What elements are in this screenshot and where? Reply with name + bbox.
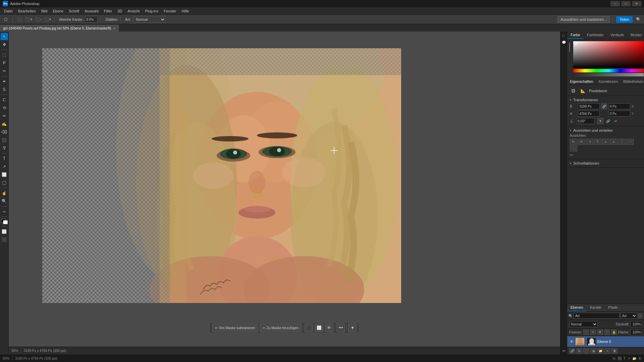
tool-preset-picker[interactable]: ⬡ <box>2 16 9 23</box>
width-input[interactable] <box>578 103 600 109</box>
layers-blend-select[interactable]: Normal Multiplizieren Abblenden <box>569 321 598 327</box>
intersect-selection-btn[interactable]: ⬛× <box>44 16 51 23</box>
x-offset-input[interactable] <box>608 103 630 109</box>
float-collapse-icon[interactable]: ▼ <box>348 323 357 332</box>
layer-visibility-icon[interactable]: 👁 <box>569 339 574 344</box>
add-to-mask-button[interactable]: ✂ Zu Maske hinzufügen <box>260 323 302 332</box>
share-button[interactable]: Teilen <box>616 16 633 23</box>
blur-tool[interactable]: ∇ <box>1 144 8 152</box>
quick-select-tool[interactable]: ✂ <box>1 67 8 75</box>
layers-fx-btn[interactable]: fx <box>576 348 582 354</box>
layers-add-btn[interactable]: + <box>604 348 610 354</box>
layers-tab[interactable]: Ebenen <box>567 304 587 311</box>
color-gradient[interactable] <box>573 41 644 68</box>
menu-bearbeiten[interactable]: Bearbeiten <box>15 8 39 14</box>
align-top-btn[interactable]: ⊤ <box>594 139 601 145</box>
soft-edge-input[interactable] <box>85 16 98 23</box>
layers-search-input[interactable] <box>574 313 620 319</box>
art-select[interactable]: Normal Subtrahieren Hinzufügen Schnittme… <box>133 16 166 23</box>
color-value-strip[interactable] <box>573 73 644 76</box>
layer-row[interactable]: 👁 Ebene 0 <box>567 336 644 347</box>
tab-close-icon[interactable]: ✕ <box>113 27 116 30</box>
y-offset-input[interactable] <box>608 111 630 117</box>
color-hue-strip[interactable] <box>573 69 644 72</box>
align-bottom-btn[interactable]: ⊥ <box>610 139 618 145</box>
layers-opacity-input[interactable] <box>630 321 642 327</box>
layers-link-btn[interactable]: 🔗 <box>569 348 575 354</box>
layers-mask-btn[interactable]: ⬛ <box>583 348 589 354</box>
paths-tab[interactable]: Pfade <box>605 304 621 311</box>
float-more-icon[interactable]: ••• <box>336 323 345 332</box>
search-button[interactable]: 🔍 <box>635 16 642 23</box>
type-tool[interactable]: ↗ <box>1 163 8 170</box>
swatches-tab[interactable]: Farbfelder <box>584 32 607 39</box>
status-icon-fx[interactable]: fx <box>613 357 615 360</box>
libraries-tab[interactable]: Bibliotheken <box>621 78 644 84</box>
status-icon-folder[interactable]: 📁 <box>632 357 636 360</box>
angle-input[interactable] <box>576 118 595 124</box>
add-selection-btn[interactable]: ⬛+ <box>25 16 33 23</box>
brush-tool[interactable]: ⟲ <box>1 104 8 112</box>
align-right-btn[interactable]: ⊣ <box>586 139 593 145</box>
menu-schrift[interactable]: Schrift <box>66 8 82 14</box>
status-icon-t[interactable]: T <box>624 357 626 360</box>
layers-fill-input[interactable] <box>630 329 642 335</box>
layers-filter-active-btn[interactable]: ✓ <box>638 313 643 318</box>
lock-transparent-btn[interactable]: ⬚ <box>583 329 589 335</box>
status-icon-arrow[interactable]: ↗ <box>628 357 630 360</box>
wh-link-icon[interactable]: 🔗 <box>601 103 607 109</box>
color-tab[interactable]: Farbe <box>567 32 584 39</box>
layers-group-btn[interactable]: 📁 <box>597 348 603 354</box>
lasso-tool[interactable]: P <box>1 59 8 67</box>
height-input[interactable] <box>578 111 600 117</box>
gradients-tab[interactable]: Verläufe <box>607 32 627 39</box>
menu-3d[interactable]: 3D <box>115 8 125 14</box>
gradient-tool[interactable]: ⬛ <box>1 136 8 144</box>
zoom-tool[interactable]: 🔍 <box>1 197 8 205</box>
layers-type-select[interactable]: Art Name Effekt <box>621 313 637 319</box>
align-header[interactable]: ▼ Ausrichten und verteilen <box>567 128 644 133</box>
menu-hilfe[interactable]: Hilfe <box>179 8 192 14</box>
eyedropper-tool[interactable]: S <box>1 86 8 93</box>
pen-tool[interactable]: T <box>1 155 8 162</box>
quick-mask-mode[interactable]: ⬜ <box>1 228 8 235</box>
menu-filter[interactable]: Filter <box>101 8 115 14</box>
rectangular-marquee-tool[interactable]: ⬚ <box>1 51 8 59</box>
minimize-button[interactable]: ─ <box>610 1 620 6</box>
menu-bild[interactable]: Bild <box>39 8 50 14</box>
float-icon-1[interactable]: ⬛ <box>305 323 313 332</box>
lock-all-btn[interactable]: 🔒 <box>611 329 617 335</box>
pixel-layer-icon[interactable]: 🖼 <box>569 87 577 94</box>
menu-datei[interactable]: Datei <box>1 8 15 14</box>
hand-tool[interactable]: ☝ <box>1 189 8 197</box>
path-selection-tool[interactable]: ⬜ <box>1 171 8 178</box>
subtract-selection-btn[interactable]: ⬛- <box>35 16 42 23</box>
align-more-icon[interactable]: ••• <box>570 153 574 157</box>
lock-artboard-btn[interactable]: ⬛ <box>604 329 610 335</box>
subtract-from-mask-button[interactable]: ✂ Von Maske subtrahieren <box>212 323 258 332</box>
move-tool[interactable]: ↖ <box>1 33 8 40</box>
history-brush-tool[interactable]: ✍ <box>1 120 8 128</box>
strip-icon-1[interactable]: ⬡ <box>561 33 567 38</box>
more-tools[interactable]: ••• <box>1 208 8 215</box>
strip-collapse-icon[interactable]: ≫ <box>561 348 567 353</box>
canvas-area[interactable]: ✂ Von Maske subtrahieren ✂ Zu Maske hinz… <box>9 32 560 355</box>
float-icon-2[interactable]: ⬜ <box>315 323 323 332</box>
background-color[interactable] <box>3 220 8 224</box>
properties-tab[interactable]: Eigenschaften <box>567 78 596 84</box>
layers-delete-btn[interactable]: 🗑 <box>611 348 618 354</box>
channels-tab[interactable]: Kanäle <box>587 304 605 311</box>
document-tab[interactable]: girl-1846490 Pexels auf Pixabay.jpg bei … <box>0 25 119 32</box>
corrections-tab[interactable]: Korrekturen <box>596 78 621 84</box>
patterns-tab[interactable]: Muster <box>627 32 644 39</box>
align-center-v-btn[interactable]: ⊥ <box>602 139 609 145</box>
clone-stamp-tool[interactable]: ✏ <box>1 112 8 120</box>
healing-brush-tool[interactable]: C <box>1 96 8 104</box>
select-mask-button[interactable]: Auswählen und maskieren... <box>557 16 610 23</box>
artboard-tool[interactable]: ✥ <box>1 41 8 48</box>
status-icon-gear[interactable]: ⚙ <box>638 357 641 360</box>
angle-dropdown[interactable]: ▼ <box>597 118 603 124</box>
align-center-h-btn[interactable]: ⊨ <box>578 139 585 145</box>
lock-position-btn[interactable]: ✥ <box>597 329 603 335</box>
crop-tool[interactable]: ✒ <box>1 78 8 85</box>
